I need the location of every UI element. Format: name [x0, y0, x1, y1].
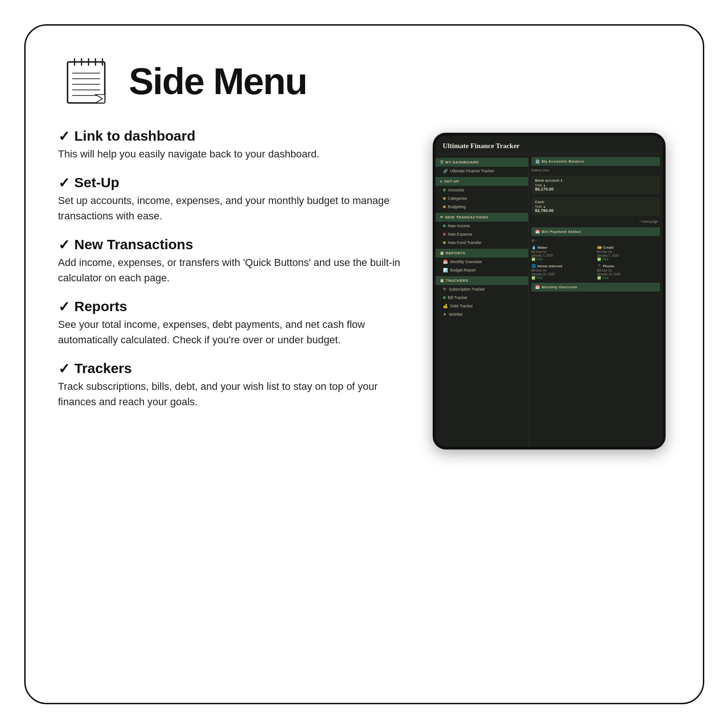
- feature-desc-transactions: Add income, expenses, or transfers with …: [58, 255, 405, 286]
- gallery-view-label[interactable]: Gallery view: [531, 169, 660, 172]
- feature-trackers: ✓ Trackers Track subscriptions, bills, d…: [58, 361, 405, 409]
- feature-reports: ✓ Reports See your total income, expense…: [58, 299, 405, 347]
- bank-account-value: $6,170.00: [535, 187, 656, 191]
- menu-icon: ☰: [440, 160, 444, 164]
- tablet-container: Ultimate Finance Tracker ☰ MY DASHBOARD: [428, 128, 670, 675]
- feature-desc-dashboard: This will help you easily navigate back …: [58, 146, 405, 162]
- bill-credit-due-label: Bill Due On: [597, 250, 660, 253]
- bill-phone-name: 📱 Phone: [597, 264, 660, 268]
- bill-internet-status: ✅ Paid: [531, 276, 594, 280]
- credit-icon: 💳: [597, 245, 602, 250]
- feature-dashboard: ✓ Link to dashboard This will help you e…: [58, 128, 405, 162]
- dot-icon: [443, 205, 446, 208]
- up-arrow: ▲: [543, 184, 546, 187]
- sidebar-section-newtrans: ✏ NEW TRANSACTIONS New Income New Expens: [435, 213, 528, 247]
- main-panel: 🏦 My Accounts Balance Gallery view Bank …: [529, 154, 663, 447]
- check-icon-dashboard: ✓: [58, 128, 70, 144]
- features-list: ✓ Link to dashboard This will help you e…: [58, 128, 405, 675]
- sidebar-item-categories[interactable]: Categories: [435, 194, 528, 203]
- sidebar-section-dashboard: ☰ MY DASHBOARD 🔗 Ultimate Finance Tracke…: [435, 158, 528, 175]
- internet-icon: 🌐: [531, 264, 536, 268]
- bill-water-name: 💧 Water: [531, 245, 594, 250]
- cash-account-value: $2,760.00: [535, 208, 656, 213]
- dot-icon: [443, 189, 446, 191]
- sidebar-item-wishlist[interactable]: ✦ Wishlist: [435, 310, 528, 319]
- dot-icon: [443, 197, 446, 200]
- report-icon: ▦: [440, 251, 444, 255]
- sidebar-item-bill[interactable]: Bill Tracker: [435, 293, 528, 302]
- bill-water: 💧 Water Bill Due On January 1, 2025 ✅ Pa…: [531, 245, 594, 261]
- sidebar-section-trackers: ▦ TRACKERS ↻ Subscription Tracker Bill T…: [435, 276, 528, 319]
- sidebar-header-trackers[interactable]: ▦ TRACKERS: [435, 276, 528, 285]
- cash-account-label: Cash: [535, 200, 656, 204]
- feature-heading-dashboard: ✓ Link to dashboard: [58, 128, 405, 144]
- bill-internet-name: 🌐 Home Internet: [531, 264, 594, 268]
- sidebar: ☰ MY DASHBOARD 🔗 Ultimate Finance Tracke…: [435, 154, 529, 447]
- feature-heading-transactions: ✓ New Transactions: [58, 237, 405, 253]
- check-icon-trackers: ✓: [58, 361, 70, 377]
- phone-icon: 📱: [597, 264, 602, 268]
- sidebar-header-setup[interactable]: ● SET-UP: [435, 177, 528, 186]
- sidebar-item-tracker-link[interactable]: 🔗 Ultimate Finance Tracker: [435, 167, 528, 175]
- sidebar-section-setup: ● SET-UP Accounts Categories: [435, 177, 528, 211]
- feature-heading-reports: ✓ Reports: [58, 299, 405, 315]
- bank-account-total-label: Total ▲: [535, 184, 656, 187]
- monthly-overview-header: 📅 Monthly Overview: [531, 283, 660, 292]
- content-row: ✓ Link to dashboard This will help you e…: [58, 128, 670, 675]
- bill-credit: 💳 Credit Bill Due On January 7, 2025 ✅ P…: [597, 245, 660, 261]
- app-body: ☰ MY DASHBOARD 🔗 Ultimate Finance Tracke…: [435, 154, 663, 447]
- cash-account-total-label: Total ▲: [535, 205, 656, 208]
- chart-icon: 📊: [443, 268, 448, 272]
- sidebar-item-monthly[interactable]: 📅 Monthly Overview: [435, 258, 528, 266]
- sidebar-item-budgeting[interactable]: Budgeting: [435, 203, 528, 211]
- sidebar-item-new-transfer[interactable]: New Fund Transfer: [435, 238, 528, 247]
- sidebar-item-new-income[interactable]: New Income: [435, 222, 528, 230]
- refresh-icon: ↻: [443, 287, 447, 292]
- dot-icon: [443, 296, 446, 299]
- page-title: Side Menu: [129, 60, 307, 103]
- feature-desc-trackers: Track subscriptions, bills, debt, and yo…: [58, 379, 405, 409]
- tablet-mockup: Ultimate Finance Tracker ☰ MY DASHBOARD: [433, 133, 666, 449]
- sidebar-item-budget-report[interactable]: 📊 Budget Report: [435, 266, 528, 274]
- tracker-icon: ▦: [440, 279, 444, 283]
- feature-setup: ✓ Set-Up Set up accounts, income, expens…: [58, 175, 405, 224]
- app-title-label: Ultimate Finance Tracker: [443, 142, 655, 150]
- debt-icon: 💰: [443, 304, 448, 308]
- bill-internet-due-date: January 15, 2025: [531, 272, 594, 276]
- bill-view-options: ⊞ ○: [531, 239, 660, 243]
- bill-phone-due-date: January 15, 2025: [597, 272, 660, 276]
- sidebar-header-reports[interactable]: ▦ REPORTS: [435, 249, 528, 258]
- bill-credit-name: 💳 Credit: [597, 245, 660, 250]
- monthly-icon: 📅: [535, 285, 540, 289]
- check-icon-transactions: ✓: [58, 237, 70, 253]
- app-header: Ultimate Finance Tracker: [435, 136, 663, 154]
- bill-internet-due-label: Bill Due On: [531, 269, 594, 272]
- calendar-icon: 📅: [443, 259, 448, 264]
- feature-heading-trackers: ✓ Trackers: [58, 361, 405, 377]
- sidebar-item-accounts[interactable]: Accounts: [435, 186, 528, 194]
- sidebar-item-subscription[interactable]: ↻ Subscription Tracker: [435, 285, 528, 293]
- sidebar-header-newtrans[interactable]: ✏ NEW TRANSACTIONS: [435, 213, 528, 222]
- accounts-balance-header: 🏦 My Accounts Balance: [531, 157, 660, 166]
- link-icon: 🔗: [443, 169, 448, 173]
- sidebar-item-new-expense[interactable]: New Expense: [435, 230, 528, 238]
- bank-account-label: Bank account 1: [535, 178, 656, 183]
- bank-account-card: Bank account 1 Total ▲ $6,170.00: [531, 176, 660, 194]
- feature-desc-setup: Set up accounts, income, expenses, and y…: [58, 193, 405, 224]
- wishlist-icon: ✦: [443, 312, 447, 317]
- notebook-icon: [58, 54, 114, 109]
- sidebar-header-dashboard[interactable]: ☰ MY DASHBOARD: [435, 158, 528, 167]
- dot-icon: [443, 225, 446, 227]
- sidebar-section-reports: ▦ REPORTS 📅 Monthly Overview 📊 Budget Re: [435, 249, 528, 274]
- sidebar-item-debt[interactable]: 💰 Debt Tracker: [435, 302, 528, 310]
- new-page-button[interactable]: + New page: [531, 218, 660, 225]
- bank-icon: 🏦: [535, 159, 540, 163]
- check-icon-reports: ✓: [58, 299, 70, 315]
- pencil-icon: ✏: [440, 215, 444, 219]
- dot-icon: [443, 241, 446, 244]
- bill-phone: 📱 Phone Bill Due On January 15, 2025 ✅ P…: [597, 264, 660, 280]
- outer-card: Side Menu ✓ Link to dashboard This will …: [24, 24, 704, 704]
- cash-account-card: Cash Total ▲ $2,760.00: [531, 197, 660, 216]
- dot-icon: [443, 233, 446, 236]
- feature-transactions: ✓ New Transactions Add income, expenses,…: [58, 237, 405, 286]
